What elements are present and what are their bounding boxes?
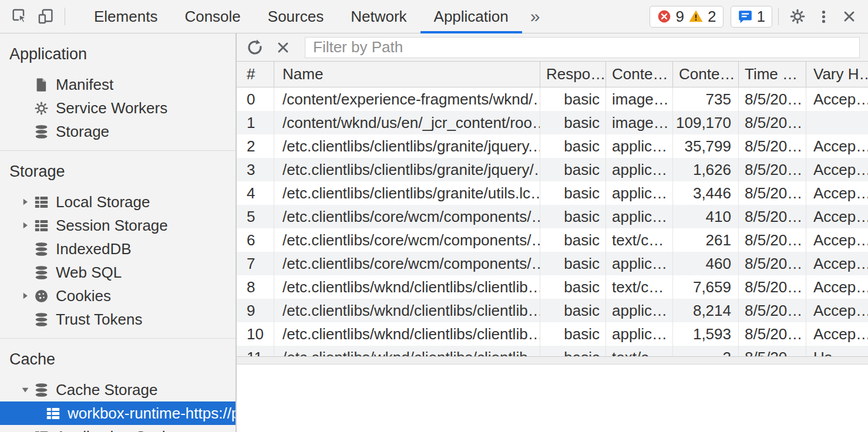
issues-badge[interactable]: 1 <box>731 6 772 28</box>
table-row[interactable]: 5/etc.clientlibs/core/wcm/components/…ba… <box>237 205 868 228</box>
preview-pane <box>237 365 868 432</box>
sidebar-item-cookies[interactable]: Cookies <box>0 284 235 308</box>
table-row[interactable]: 10/etc.clientlibs/wknd/clientlibs/client… <box>237 322 868 346</box>
cookie-icon <box>33 288 49 304</box>
toolbar-right-cluster: 9 2 1 <box>642 4 868 29</box>
table-icon <box>33 218 49 234</box>
cell-vary-header: Accep… <box>806 275 868 299</box>
cell-time-cached: 8/5/20… <box>739 322 806 346</box>
cell-time-cached: 8/5/20… <box>739 228 806 252</box>
inspect-element-button[interactable] <box>7 4 33 29</box>
clear-x-icon <box>275 39 291 56</box>
cell-time-cached: 8/5/20… <box>739 252 806 275</box>
sidebar-item-label: Session Storage <box>56 217 168 235</box>
column-header-response-type[interactable]: Respo… <box>540 62 606 87</box>
expander-collapsed-icon[interactable] <box>21 221 29 230</box>
table-row[interactable]: 3/etc.clientlibs/clientlibs/granite/jque… <box>237 158 868 181</box>
cell-num: 3 <box>237 158 274 181</box>
expander-gutter <box>19 386 32 394</box>
sidebar-item-label: IndexedDB <box>56 240 132 258</box>
horizontal-splitter[interactable] <box>237 356 868 365</box>
error-count: 9 <box>676 8 684 26</box>
kebab-menu-icon <box>816 9 832 25</box>
refresh-icon <box>246 39 264 56</box>
table-row[interactable]: 6/etc.clientlibs/core/wcm/components/…ba… <box>237 228 868 252</box>
error-icon <box>657 9 672 24</box>
tab-network[interactable]: Network <box>337 0 420 33</box>
sidebar-item-service-workers[interactable]: Service Workers <box>0 96 235 120</box>
tab-sources[interactable]: Sources <box>254 0 337 33</box>
table-row[interactable]: 1/content/wknd/us/en/_jcr_content/roo…ba… <box>237 111 868 134</box>
expander-collapsed-icon[interactable] <box>21 292 29 300</box>
sidebar-item-label: Cookies <box>56 287 111 305</box>
expander-expanded-icon[interactable] <box>21 386 29 394</box>
column-header-name[interactable]: Name <box>274 62 540 87</box>
sidebar-item-application-cache[interactable]: Application Cache <box>0 425 235 432</box>
devtools-main-toolbar: ElementsConsoleSourcesNetworkApplication… <box>0 0 868 33</box>
section-title: Application <box>0 33 235 73</box>
column-header-content-length[interactable]: Conte… <box>673 62 739 87</box>
cell-response-type: basic <box>540 134 606 158</box>
table-row[interactable]: 0/content/experience-fragments/wknd/…bas… <box>237 87 868 111</box>
sidebar-item-local-storage[interactable]: Local Storage <box>0 190 235 214</box>
cell-name: /content/wknd/us/en/_jcr_content/roo… <box>274 111 540 134</box>
table-row[interactable]: 11/etc.clientlibs/wknd/clientlibs/client… <box>237 346 868 356</box>
sidebar-item-trust-tokens[interactable]: Trust Tokens <box>0 308 235 331</box>
cell-vary-header: Accep… <box>806 134 868 158</box>
table-row[interactable]: 8/etc.clientlibs/wknd/clientlibs/clientl… <box>237 275 868 299</box>
cell-response-type: basic <box>540 205 606 228</box>
toolbar-divider <box>65 8 65 25</box>
refresh-button[interactable] <box>243 35 267 60</box>
device-toolbar-button[interactable] <box>33 4 59 29</box>
cell-time-cached: 8/5/20… <box>739 134 806 158</box>
table-row[interactable]: 9/etc.clientlibs/wknd/clientlibs/clientl… <box>237 299 868 322</box>
table-row[interactable]: 4/etc.clientlibs/clientlibs/granite/util… <box>237 181 868 205</box>
tab-application[interactable]: Application <box>420 0 522 33</box>
cell-content-type: image… <box>606 87 673 111</box>
sidebar-item-manifest[interactable]: Manifest <box>0 73 235 96</box>
sidebar-item-storage[interactable]: Storage <box>0 120 235 143</box>
cell-content-type: image… <box>606 111 673 134</box>
expander-gutter <box>19 292 32 300</box>
tab-strip: ElementsConsoleSourcesNetworkApplication <box>80 0 522 33</box>
close-devtools-button[interactable] <box>836 4 862 29</box>
filter-by-path-input[interactable] <box>305 37 860 58</box>
sidebar-item-workbox-runtime-https-pu[interactable]: workbox-runtime-https://pu <box>0 401 235 425</box>
delete-selected-button[interactable] <box>271 35 295 60</box>
tab-elements[interactable]: Elements <box>80 0 171 33</box>
sidebar-item-label: Service Workers <box>56 99 167 117</box>
table-row[interactable]: 7/etc.clientlibs/core/wcm/components/…ba… <box>237 252 868 275</box>
sidebar-item-label: Manifest <box>56 76 113 94</box>
cell-content-length: 8,214 <box>673 299 739 322</box>
console-errors-warnings-badge[interactable]: 9 2 <box>650 6 724 28</box>
cell-name: /etc.clientlibs/core/wcm/components/… <box>274 228 540 252</box>
cell-content-length: 2 <box>673 346 739 356</box>
cell-vary-header: Accep… <box>806 87 868 111</box>
table-row[interactable]: 2/etc.clientlibs/clientlibs/granite/jque… <box>237 134 868 158</box>
cell-vary-header: Accep… <box>806 158 868 181</box>
column-header-content-type[interactable]: Conte… <box>606 62 673 87</box>
column-header-time-cached[interactable]: Time … <box>739 62 806 87</box>
column-header-vary-header[interactable]: Vary H… <box>806 62 868 87</box>
tab-console[interactable]: Console <box>171 0 254 33</box>
settings-button[interactable] <box>785 4 810 29</box>
sidebar-item-web-sql[interactable]: Web SQL <box>0 261 235 284</box>
expander-collapsed-icon[interactable] <box>21 198 29 206</box>
cell-num: 1 <box>237 111 274 134</box>
cell-num: 5 <box>237 205 274 228</box>
cell-response-type: basic <box>540 252 606 275</box>
cell-num: 9 <box>237 299 274 322</box>
cell-response-type: basic <box>540 228 606 252</box>
cell-time-cached: 8/5/20… <box>739 87 806 111</box>
more-tabs-button[interactable]: » <box>522 6 549 26</box>
cell-time-cached: 8/5/20… <box>739 346 806 356</box>
sidebar-item-cache-storage[interactable]: Cache Storage <box>0 378 235 401</box>
cell-time-cached: 8/5/20… <box>739 158 806 181</box>
sidebar-item-session-storage[interactable]: Session Storage <box>0 214 235 237</box>
sidebar-item-indexeddb[interactable]: IndexedDB <box>0 237 235 261</box>
more-options-button[interactable] <box>810 4 836 29</box>
column-header-num[interactable]: # <box>237 62 274 87</box>
toolbar-divider <box>778 8 779 25</box>
cache-storage-view: #NameRespo…Conte…Conte…Time …Vary H… 0/c… <box>237 33 868 432</box>
cell-num: 0 <box>237 87 274 111</box>
